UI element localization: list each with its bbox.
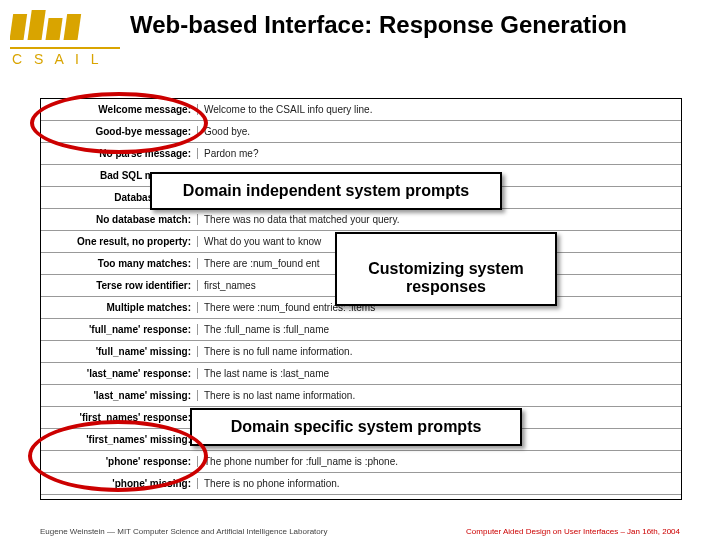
- row-label: Terse row identifier:: [41, 280, 197, 291]
- callout-domain-specific: Domain specific system prompts: [190, 408, 522, 446]
- table-row: 'last_name' response:The last name is :l…: [41, 363, 681, 385]
- footer-right: Computer Aided Design on User Interfaces…: [466, 527, 680, 536]
- callout-customizing: Customizing system responses: [335, 232, 557, 306]
- row-value[interactable]: The phone number for :full_name is :phon…: [197, 456, 681, 467]
- row-label: Good-bye message:: [41, 126, 197, 137]
- row-value[interactable]: The last name is :last_name: [197, 368, 681, 379]
- row-value[interactable]: The :full_name is :full_name: [197, 324, 681, 335]
- row-value[interactable]: There is no full name information.: [197, 346, 681, 357]
- footer-left: Eugene Weinstein — MIT Computer Science …: [40, 527, 327, 536]
- row-value[interactable]: There is no phone information.: [197, 478, 681, 489]
- table-row: Welcome message:Welcome to the CSAIL inf…: [41, 99, 681, 121]
- row-label: Welcome message:: [41, 104, 197, 115]
- row-value[interactable]: There was no data that matched your quer…: [197, 214, 681, 225]
- row-label: Multiple matches:: [41, 302, 197, 313]
- callout-text: Customizing system responses: [368, 260, 524, 295]
- row-value[interactable]: Good bye.: [197, 126, 681, 137]
- row-label: 'first_names' missing:: [41, 434, 197, 445]
- row-value[interactable]: Welcome to the CSAIL info query line.: [197, 104, 681, 115]
- svg-rect-2: [46, 18, 63, 40]
- logo-text: C S A I L: [12, 51, 102, 67]
- slide-footer: Eugene Weinstein — MIT Computer Science …: [0, 527, 720, 536]
- row-label: 'first_names' response:: [41, 412, 197, 423]
- row-label: 'last_name' response:: [41, 368, 197, 379]
- callout-text: Domain specific system prompts: [231, 418, 482, 435]
- row-label: Too many matches:: [41, 258, 197, 269]
- table-row: No parse message:Pardon me?: [41, 143, 681, 165]
- table-row: No database match:There was no data that…: [41, 209, 681, 231]
- row-value[interactable]: Pardon me?: [197, 148, 681, 159]
- row-label: 'phone' response:: [41, 456, 197, 467]
- row-label: 'last_name' missing:: [41, 390, 197, 401]
- callout-domain-independent: Domain independent system prompts: [150, 172, 502, 210]
- table-row: 'phone' response:The phone number for :f…: [41, 451, 681, 473]
- row-label: One result, no property:: [41, 236, 197, 247]
- row-label: No database match:: [41, 214, 197, 225]
- row-label: No parse message:: [41, 148, 197, 159]
- table-row: 'full_name' response:The :full_name is :…: [41, 319, 681, 341]
- row-value[interactable]: There is no last name information.: [197, 390, 681, 401]
- callout-text: Domain independent system prompts: [183, 182, 469, 199]
- svg-rect-0: [10, 14, 27, 40]
- table-row: 'full_name' missing:There is no full nam…: [41, 341, 681, 363]
- table-row: 'last_name' missing:There is no last nam…: [41, 385, 681, 407]
- svg-rect-3: [64, 14, 82, 40]
- slide-title: Web-based Interface: Response Generation: [130, 12, 627, 38]
- row-label: 'full_name' missing:: [41, 346, 197, 357]
- table-row: 'phone' missing:There is no phone inform…: [41, 473, 681, 495]
- svg-rect-1: [28, 10, 46, 40]
- row-label: 'phone' missing:: [41, 478, 197, 489]
- table-row: Good-bye message:Good bye.: [41, 121, 681, 143]
- slide-header: C S A I L Web-based Interface: Response …: [0, 0, 720, 70]
- row-label: 'full_name' response:: [41, 324, 197, 335]
- csail-logo: C S A I L: [10, 8, 120, 68]
